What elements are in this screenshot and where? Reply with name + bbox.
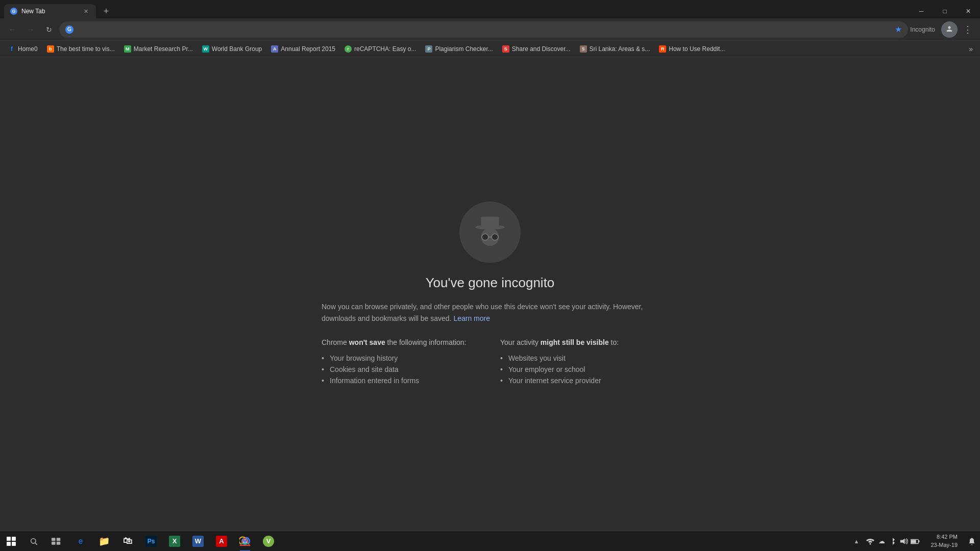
might-visible-column: Your activity might still be visible to:… <box>500 338 658 386</box>
browser-menu-button[interactable]: ⋮ <box>960 21 976 38</box>
taskbar-app-store[interactable]: 🛍 <box>116 531 139 552</box>
taskbar: e 📁 🛍 Ps X W A <box>0 531 980 551</box>
list-item: Information entered in forms <box>322 375 480 386</box>
nav-bar: ← → ↻ G ★ Incognito ⋮ <box>0 18 980 41</box>
bookmark-label-srilanka: Sri Lanka: Areas & s... <box>590 45 650 53</box>
taskbar-app-chrome[interactable] <box>234 531 256 552</box>
main-content: You've gone incognito Now you can browse… <box>0 57 980 531</box>
incognito-title: You've gone incognito <box>311 275 669 291</box>
taskbar-app-files[interactable]: 📁 <box>93 531 115 552</box>
bookmark-besttime[interactable]: b The best time to vis... <box>43 43 119 55</box>
bookmark-srilanka[interactable]: S Sri Lanka: Areas & s... <box>576 43 654 55</box>
taskbar-app-acrobat[interactable]: A <box>210 531 233 552</box>
list-item: Your browsing history <box>322 353 480 364</box>
bookmark-label-plagiarism: Plagiarism Checker... <box>435 45 493 53</box>
tray-battery-icon[interactable] <box>910 536 920 546</box>
system-clock[interactable]: 8:42 PM 23-May-19 <box>924 533 964 549</box>
incognito-label: Incognito <box>910 26 935 33</box>
bookmark-label-besttime: The best time to vis... <box>57 45 115 53</box>
svg-point-4 <box>492 234 498 240</box>
svg-rect-18 <box>911 540 916 543</box>
bookmark-favicon-recaptcha: r <box>345 45 352 53</box>
address-favicon: G <box>65 26 74 34</box>
might-visible-list: Websites you visit Your employer or scho… <box>500 353 658 386</box>
address-bar[interactable]: G ★ <box>59 21 908 38</box>
incognito-description: Now you can browse privately, and other … <box>311 301 669 324</box>
bookmark-recaptcha[interactable]: r reCAPTCHA: Easy o... <box>340 43 420 55</box>
bookmark-annualreport[interactable]: A Annual Report 2015 <box>267 43 339 55</box>
taskbar-app-excel[interactable]: X <box>163 531 186 552</box>
bookmark-share[interactable]: S Share and Discover... <box>498 43 575 55</box>
task-view-button[interactable] <box>45 531 67 552</box>
tab-area: G New Tab ✕ + <box>4 4 115 18</box>
bookmark-label-marketresearch: Market Research Pr... <box>134 45 193 53</box>
taskbar-app-word[interactable]: W <box>187 531 209 552</box>
bookmark-worldbank[interactable]: W World Bank Group <box>198 43 266 55</box>
bookmark-favicon-home0: f <box>8 45 15 53</box>
might-visible-heading: Your activity might still be visible to: <box>500 338 658 346</box>
taskbar-right: ▲ ☁ <box>852 531 980 552</box>
reload-button[interactable]: ↻ <box>41 21 57 38</box>
bookmark-favicon-annualreport: A <box>271 45 278 53</box>
incognito-container: You've gone incognito Now you can browse… <box>311 202 669 386</box>
bookmark-reddit[interactable]: R How to Use Reddit... <box>655 43 729 55</box>
address-input[interactable] <box>78 26 891 34</box>
learn-more-link[interactable]: Learn more <box>453 314 490 322</box>
wont-save-list: Your browsing history Cookies and site d… <box>322 353 480 386</box>
close-button[interactable]: ✕ <box>957 2 980 20</box>
bookmark-plagiarism[interactable]: P Plagiarism Checker... <box>421 43 497 55</box>
forward-button[interactable]: → <box>22 21 39 38</box>
svg-rect-19 <box>919 540 920 542</box>
svg-line-7 <box>35 543 37 545</box>
tab-favicon: G <box>10 8 17 15</box>
taskbar-app-photoshop[interactable]: Ps <box>140 531 162 552</box>
system-tray-expand[interactable]: ▲ <box>852 531 862 552</box>
svg-point-15 <box>870 543 871 544</box>
system-tray: ☁ <box>861 536 924 546</box>
bookmark-favicon-besttime: b <box>47 45 54 53</box>
notification-button[interactable] <box>964 531 980 552</box>
tray-network-icon[interactable] <box>865 536 875 546</box>
wont-save-column: Chrome won't save the following informat… <box>322 338 480 386</box>
new-tab-button[interactable]: + <box>99 4 113 18</box>
profile-button[interactable] <box>941 21 958 38</box>
tab-close-button[interactable]: ✕ <box>82 7 90 15</box>
list-item: Your internet service provider <box>500 375 658 386</box>
bookmark-favicon-share: S <box>502 45 509 53</box>
svg-rect-10 <box>52 541 56 544</box>
tray-onedrive-icon[interactable]: ☁ <box>876 536 887 546</box>
taskbar-app-vuze[interactable]: V <box>257 531 280 552</box>
bookmark-marketresearch[interactable]: M Market Research Pr... <box>120 43 197 55</box>
bookmarks-more-button[interactable]: » <box>966 43 976 55</box>
start-button[interactable] <box>0 531 22 552</box>
taskbar-app-ie[interactable]: e <box>69 531 92 552</box>
taskbar-search-button[interactable] <box>22 531 45 552</box>
wont-save-heading: Chrome won't save the following informat… <box>322 338 480 346</box>
bookmark-label-home0: Home0 <box>18 45 38 53</box>
svg-rect-9 <box>57 538 61 541</box>
bookmarks-bar: f Home0 b The best time to vis... M Mark… <box>0 41 980 57</box>
bookmark-favicon-marketresearch: M <box>124 45 131 53</box>
clock-date: 23-May-19 <box>930 541 958 549</box>
tray-volume-icon[interactable] <box>899 536 909 546</box>
bookmark-home0[interactable]: f Home0 <box>4 43 42 55</box>
bookmark-favicon-worldbank: W <box>202 45 209 53</box>
list-item: Cookies and site data <box>322 364 480 375</box>
bookmark-label-annualreport: Annual Report 2015 <box>281 45 335 53</box>
bookmark-favicon-reddit: R <box>659 45 666 53</box>
incognito-icon <box>470 212 510 253</box>
browser-tab-new[interactable]: G New Tab ✕ <box>4 4 96 18</box>
bookmark-label-worldbank: World Bank Group <box>212 45 262 53</box>
back-button[interactable]: ← <box>4 21 20 38</box>
bookmark-favicon-srilanka: S <box>580 45 587 53</box>
minimize-button[interactable]: ─ <box>910 2 933 20</box>
maximize-button[interactable]: □ <box>933 2 957 20</box>
incognito-icon-circle <box>459 202 521 263</box>
bookmark-label-share: Share and Discover... <box>512 45 571 53</box>
svg-rect-8 <box>52 538 56 541</box>
tray-bluetooth-icon[interactable] <box>888 536 898 546</box>
svg-rect-11 <box>57 541 61 544</box>
svg-point-6 <box>31 538 36 543</box>
bookmark-star-icon[interactable]: ★ <box>895 24 902 34</box>
taskbar-apps: e 📁 🛍 Ps X W A <box>69 531 280 552</box>
